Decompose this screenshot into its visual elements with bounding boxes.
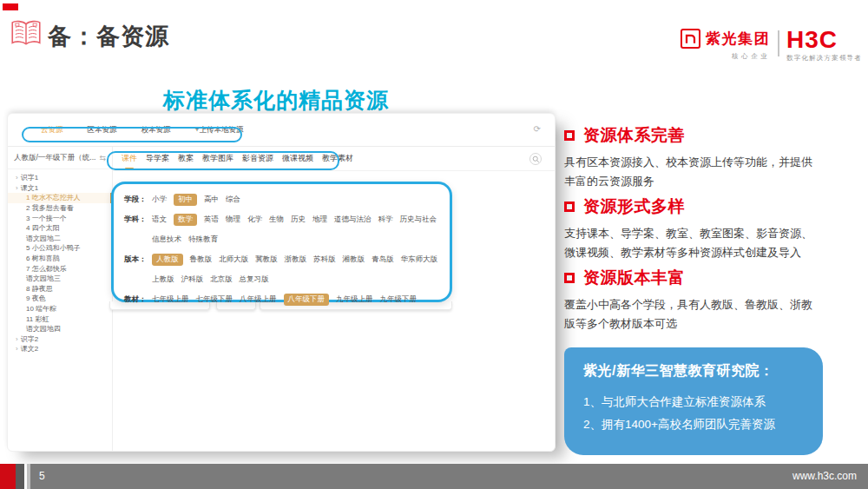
- sidebar-item[interactable]: 2 我多想去看看: [8, 203, 112, 214]
- swap-icon[interactable]: ⇆: [99, 154, 106, 162]
- resource-tab[interactable]: 教案: [178, 153, 194, 164]
- filter-option[interactable]: 生物: [269, 214, 284, 226]
- filter-option[interactable]: 冀教版: [255, 254, 278, 266]
- filter-label: 学科：: [124, 215, 152, 225]
- filter-option[interactable]: 综合: [226, 194, 240, 206]
- chevron-right-icon: ›: [16, 184, 18, 192]
- filter-option[interactable]: 信息技术: [152, 234, 181, 246]
- filter-option[interactable]: 语文: [152, 214, 167, 226]
- resource-tab-bar: 课件导学案教案教学图库影音资源微课视频教学素材: [113, 147, 555, 171]
- sidebar-item-label: 语文园地四: [26, 324, 61, 334]
- filter-option[interactable]: 九年级上册: [336, 294, 373, 306]
- sidebar-item[interactable]: ›课文2: [8, 344, 112, 354]
- filter-option[interactable]: 八年级下册: [284, 294, 330, 306]
- app-screenshot-panel: 云资源区本资源校本资源+上传本地资源 ⟳ 人教版/一年级下册（统... ⇆ ›识…: [7, 113, 556, 452]
- chevron-right-icon: ›: [16, 345, 18, 353]
- filter-option[interactable]: 八年级上册: [240, 294, 277, 306]
- section-heading: 资源形式多样: [564, 196, 830, 217]
- chapter-sidebar: 人教版/一年级下册（统... ⇆ ›识字1›课文11 吃水不忘挖井人2 我多想去…: [8, 147, 113, 451]
- feature-section: 资源形式多样支持课本、导学案、教室、教室图案、影音资源、微课视频、教学素材等多种…: [564, 196, 830, 262]
- top-tab[interactable]: 云资源: [41, 125, 63, 135]
- unis-tagline: 核心企业: [732, 52, 770, 61]
- filter-option[interactable]: 物理: [226, 214, 240, 226]
- filter-option[interactable]: 地理: [312, 214, 327, 226]
- filter-option[interactable]: 科学: [378, 214, 393, 226]
- sidebar-item-label: 5 小公鸡和小鸭子: [26, 243, 81, 253]
- top-tab[interactable]: 区本资源: [88, 125, 117, 135]
- top-tab-bar: 云资源区本资源校本资源+上传本地资源: [8, 114, 555, 147]
- filter-option[interactable]: 人教版: [152, 254, 183, 266]
- sidebar-item[interactable]: 语文园地二: [8, 234, 112, 244]
- resource-tab[interactable]: 微课视频: [282, 153, 313, 164]
- sidebar-item[interactable]: 6 树和喜鹊: [8, 254, 112, 264]
- resource-tab[interactable]: 教学图库: [202, 153, 233, 164]
- sidebar-item[interactable]: 7 怎么都快乐: [8, 263, 112, 274]
- filter-popup: 学段：小学初中高中综合学科：语文数学英语物理化学生物历史地理道德与法治科学历史与…: [111, 182, 452, 302]
- sidebar-item-label: 2 我多想去看看: [26, 203, 74, 213]
- resource-tab[interactable]: 教学素材: [322, 153, 353, 164]
- resource-tab[interactable]: 影音资源: [242, 153, 273, 164]
- filter-option[interactable]: 北师大版: [219, 254, 248, 266]
- sidebar-item[interactable]: ›识字1: [8, 173, 112, 183]
- filter-option[interactable]: 化学: [247, 214, 262, 226]
- filter-label: 教材：: [124, 294, 152, 305]
- sidebar-item[interactable]: 11 彩虹: [8, 314, 112, 324]
- open-book-icon: [10, 19, 42, 51]
- sidebar-item[interactable]: 语文园地三: [8, 274, 112, 284]
- sidebar-item[interactable]: 1 吃水不忘挖井人: [8, 193, 112, 203]
- unis-group-name: 紫光集团: [706, 29, 770, 49]
- filter-option[interactable]: 苏科版: [313, 254, 336, 266]
- sidebar-item-label: 语文园地二: [26, 234, 61, 243]
- sidebar-item-label: 识字1: [21, 173, 38, 182]
- top-tab[interactable]: 校本资源: [141, 125, 171, 135]
- sidebar-item-label: 9 夜色: [26, 294, 46, 303]
- sidebar-item[interactable]: 10 端午粽: [8, 304, 112, 314]
- filter-option[interactable]: 七年级下册: [196, 294, 233, 306]
- filter-option[interactable]: 北京版: [210, 274, 233, 286]
- section-subtitle: 标准体系化的精品资源: [163, 86, 389, 115]
- resource-tab[interactable]: 课件: [122, 153, 137, 164]
- chevron-right-icon: ›: [16, 174, 18, 182]
- filter-option[interactable]: 七年级上册: [152, 294, 189, 306]
- refresh-icon[interactable]: ⟳: [534, 124, 541, 134]
- feature-list: 资源体系完善具有区本资源接入、校本资源上传等功能，并提供丰富的云资源服务资源形式…: [564, 125, 830, 339]
- sidebar-item-label: 识字2: [21, 334, 38, 344]
- sidebar-item[interactable]: 8 静夜思: [8, 284, 112, 294]
- bullet-square-icon: [564, 273, 575, 283]
- filter-line: 教材：七年级上册七年级下册八年级上册八年级下册九年级上册九年级下册: [124, 293, 441, 307]
- filter-option[interactable]: 上教版: [152, 274, 174, 286]
- sidebar-item[interactable]: 9 夜色: [8, 294, 112, 304]
- filter-option[interactable]: 湘教版: [343, 254, 365, 266]
- bullet-square-icon: [564, 130, 575, 141]
- sidebar-item[interactable]: 3 一个接一个: [8, 213, 112, 223]
- filter-line: 上教版沪科版北京版总复习版: [124, 273, 441, 287]
- filter-option[interactable]: 历史: [291, 214, 306, 226]
- sidebar-item[interactable]: ›课文1: [8, 183, 112, 194]
- sidebar-item[interactable]: 4 四个太阳: [8, 223, 112, 234]
- filter-option[interactable]: 英语: [204, 214, 219, 226]
- resource-tab[interactable]: 导学案: [146, 153, 169, 164]
- sidebar-item[interactable]: 语文园地四: [8, 324, 112, 334]
- filter-option[interactable]: 总复习版: [240, 274, 269, 286]
- filter-option[interactable]: 道德与法治: [334, 214, 372, 226]
- filter-option[interactable]: 沪科版: [181, 274, 204, 286]
- filter-option[interactable]: 浙教版: [285, 254, 307, 266]
- filter-option[interactable]: 九年级下册: [380, 294, 418, 306]
- filter-option[interactable]: 青岛版: [372, 254, 394, 266]
- sidebar-item[interactable]: 5 小公鸡和小鸭子: [8, 243, 112, 254]
- filter-option[interactable]: 历史与社会: [400, 214, 437, 226]
- sidebar-item[interactable]: ›识字2: [8, 334, 112, 345]
- filter-option[interactable]: 数学: [174, 214, 197, 226]
- filter-option[interactable]: 华东师大版: [401, 254, 438, 266]
- filter-option[interactable]: 鲁教版: [190, 254, 213, 266]
- filter-option[interactable]: 小学: [152, 194, 167, 206]
- textbook-selector-label[interactable]: 人教版/一年级下册（统...: [14, 153, 95, 163]
- section-body-line: 覆盖小中高各个学段，具有人教版、鲁教版、浙教: [564, 295, 830, 314]
- filter-option[interactable]: 初中: [174, 194, 197, 206]
- top-tab[interactable]: +上传本地资源: [195, 125, 244, 135]
- filter-option[interactable]: 高中: [204, 194, 219, 206]
- search-icon[interactable]: [529, 153, 542, 165]
- filter-option[interactable]: 特殊教育: [188, 234, 218, 246]
- chevron-right-icon: ›: [16, 335, 18, 343]
- sidebar-item-label: 7 怎么都快乐: [26, 264, 67, 274]
